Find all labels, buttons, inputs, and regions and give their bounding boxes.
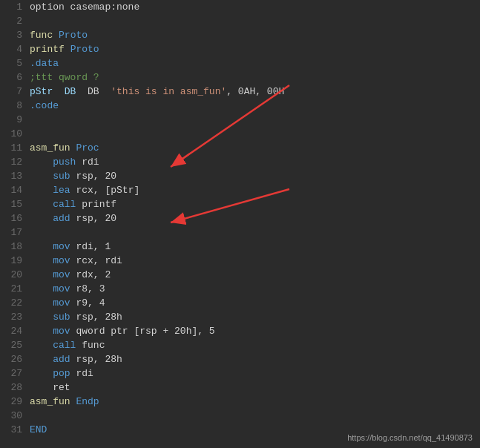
- line-number: 1: [0, 0, 30, 14]
- line-number: 17: [0, 225, 30, 240]
- code-line: 20 mov rdx, 2: [0, 268, 480, 282]
- code-line: 24 mov qword ptr [rsp + 20h], 5: [0, 324, 480, 338]
- line-content: .code: [30, 99, 59, 113]
- line-content: mov r9, 4: [30, 296, 105, 310]
- code-line: 1option casemap:none: [0, 0, 480, 14]
- line-number: 12: [0, 155, 30, 169]
- code-line: 25 call func: [0, 338, 480, 352]
- line-number: 2: [0, 14, 30, 28]
- line-number: 10: [0, 127, 30, 141]
- code-line: 10: [0, 127, 480, 141]
- line-content: mov rdx, 2: [30, 268, 111, 282]
- code-line: 18 mov rdi, 1: [0, 240, 480, 254]
- line-number: 13: [0, 169, 30, 183]
- code-line: 23 sub rsp, 28h: [0, 310, 480, 324]
- line-content: ret: [30, 381, 70, 395]
- line-number: 19: [0, 254, 30, 268]
- line-number: 25: [0, 338, 30, 352]
- line-content: ;ttt qword ?: [30, 70, 99, 85]
- line-number: 24: [0, 324, 30, 338]
- code-line: 28 ret: [0, 381, 480, 395]
- line-content: add rsp, 20: [30, 211, 116, 225]
- line-number: 21: [0, 282, 30, 296]
- code-line: 30: [0, 409, 480, 423]
- line-number: 11: [0, 141, 30, 155]
- line-number: 31: [0, 423, 30, 437]
- line-content: asm_fun Endp: [30, 395, 99, 409]
- line-content: func Proto: [30, 28, 88, 42]
- line-content: mov qword ptr [rsp + 20h], 5: [30, 324, 215, 338]
- code-line: 27 pop rdi: [0, 366, 480, 381]
- line-number: 14: [0, 183, 30, 197]
- code-line: 7pStr DB DB 'this is in asm_fun', 0AH, 0…: [0, 85, 480, 99]
- line-number: 9: [0, 113, 30, 127]
- code-line: 2: [0, 14, 480, 28]
- line-content: call func: [30, 338, 105, 352]
- line-content: END: [30, 423, 47, 437]
- code-line: 21 mov r8, 3: [0, 282, 480, 296]
- line-content: mov r8, 3: [30, 282, 105, 296]
- code-line: 3func Proto: [0, 28, 480, 42]
- line-content: .data: [30, 56, 59, 70]
- line-number: 23: [0, 310, 30, 324]
- line-number: 27: [0, 366, 30, 381]
- line-content: add rsp, 28h: [30, 352, 122, 366]
- line-content: asm_fun Proc: [30, 141, 99, 155]
- line-number: 28: [0, 381, 30, 395]
- line-number: 8: [0, 99, 30, 113]
- code-line: 19 mov rcx, rdi: [0, 254, 480, 268]
- line-content: lea rcx, [pStr]: [30, 183, 139, 197]
- line-number: 7: [0, 85, 30, 99]
- line-number: 4: [0, 42, 30, 56]
- line-content: mov rdi, 1: [30, 240, 111, 254]
- line-number: 30: [0, 409, 30, 423]
- code-editor: 1option casemap:none23func Proto4printf …: [0, 0, 480, 448]
- line-content: pStr DB DB 'this is in asm_fun', 0AH, 00…: [30, 85, 284, 99]
- code-line: 13 sub rsp, 20: [0, 169, 480, 183]
- code-line: 6;ttt qword ?: [0, 70, 480, 85]
- line-number: 20: [0, 268, 30, 282]
- line-content: printf Proto: [30, 42, 99, 56]
- line-number: 18: [0, 240, 30, 254]
- code-line: 29asm_fun Endp: [0, 395, 480, 409]
- code-line: 16 add rsp, 20: [0, 211, 480, 225]
- line-content: pop rdi: [30, 366, 93, 381]
- line-number: 16: [0, 211, 30, 225]
- line-number: 22: [0, 296, 30, 310]
- code-line: 11asm_fun Proc: [0, 141, 480, 155]
- code-line: 15 call printf: [0, 197, 480, 211]
- code-line: 9: [0, 113, 480, 127]
- code-line: 5.data: [0, 56, 480, 70]
- line-content: push rdi: [30, 155, 99, 169]
- code-line: 26 add rsp, 28h: [0, 352, 480, 366]
- code-line: 12 push rdi: [0, 155, 480, 169]
- line-number: 29: [0, 395, 30, 409]
- code-line: 4printf Proto: [0, 42, 480, 56]
- line-content: sub rsp, 28h: [30, 310, 122, 324]
- line-number: 6: [0, 70, 30, 85]
- line-content: call printf: [30, 197, 116, 211]
- line-number: 15: [0, 197, 30, 211]
- code-line: 17: [0, 225, 480, 240]
- code-line: 22 mov r9, 4: [0, 296, 480, 310]
- code-line: 8.code: [0, 99, 480, 113]
- code-line: 14 lea rcx, [pStr]: [0, 183, 480, 197]
- line-content: mov rcx, rdi: [30, 254, 122, 268]
- line-content: option casemap:none: [30, 0, 139, 14]
- line-number: 3: [0, 28, 30, 42]
- line-content: sub rsp, 20: [30, 169, 116, 183]
- line-number: 5: [0, 56, 30, 70]
- watermark: https://blog.csdn.net/qq_41490873: [347, 433, 473, 442]
- line-number: 26: [0, 352, 30, 366]
